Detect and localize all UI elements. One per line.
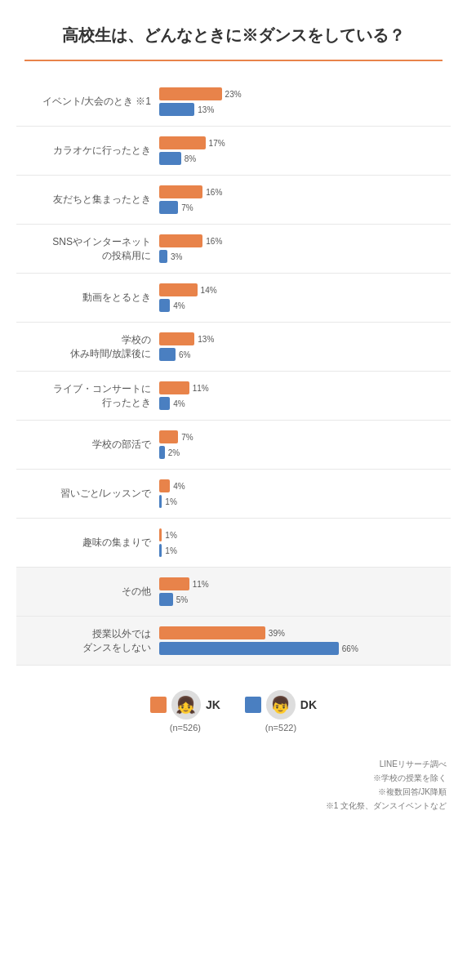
bar-label-salmon-live: 11% xyxy=(193,384,209,393)
chart-row-event: イベント/大会のとき ※123%13% xyxy=(16,78,451,127)
chart-row-other: その他11%5% xyxy=(16,568,451,617)
footnote: LINEリサーチ調べ xyxy=(8,757,447,771)
bar-salmon-friends xyxy=(159,185,202,198)
chart-area: イベント/大会のとき ※123%13%カラオケに行ったとき17%8%友だちと集ま… xyxy=(8,78,459,666)
bar-label-blue-other: 5% xyxy=(176,595,188,604)
bar-blue-school-break xyxy=(159,348,176,361)
bars-club: 7%2% xyxy=(159,430,451,459)
chart-row-live: ライブ・コンサートに 行ったとき11%4% xyxy=(16,372,451,421)
legend-dk: 👦 DK (n=522) xyxy=(245,690,317,733)
row-label-hobby: 趣味の集まりで xyxy=(16,536,159,550)
bar-row-salmon-no-dance: 39% xyxy=(159,626,451,639)
bar-blue-hobby xyxy=(159,544,162,557)
bar-blue-no-dance xyxy=(159,642,339,655)
bar-label-salmon-sns: 16% xyxy=(206,237,222,246)
row-label-karaoke: カラオケに行ったとき xyxy=(16,144,159,158)
bar-salmon-karaoke xyxy=(159,136,206,149)
bar-label-blue-school-break: 6% xyxy=(179,350,190,359)
bar-label-blue-friends: 7% xyxy=(181,203,193,212)
bar-salmon-club xyxy=(159,430,178,443)
bar-label-blue-video: 4% xyxy=(173,301,185,310)
bars-other: 11%5% xyxy=(159,577,451,606)
bar-row-salmon-school-break: 13% xyxy=(159,332,451,345)
bar-salmon-no-dance xyxy=(159,626,265,639)
bar-row-blue-karaoke: 8% xyxy=(159,152,451,165)
chart-row-lesson: 習いごと/レッスンで4%1% xyxy=(16,470,451,519)
bar-row-salmon-live: 11% xyxy=(159,381,451,394)
chart-row-hobby: 趣味の集まりで1%1% xyxy=(16,519,451,568)
bar-row-salmon-club: 7% xyxy=(159,430,451,443)
bar-row-salmon-karaoke: 17% xyxy=(159,136,451,149)
row-label-sns: SNSやインターネット の投稿用に xyxy=(16,235,159,263)
bar-row-blue-sns: 3% xyxy=(159,250,451,263)
bar-row-salmon-video: 14% xyxy=(159,283,451,296)
footnote: ※学校の授業を除く xyxy=(8,771,447,785)
bar-label-salmon-school-break: 13% xyxy=(198,335,214,344)
legend-jk: 👧 JK (n=526) xyxy=(150,690,220,733)
legend-dk-avatar: 👦 xyxy=(266,690,296,719)
bar-salmon-hobby xyxy=(159,528,162,541)
chart-row-school-break: 学校の 休み時間/放課後に13%6% xyxy=(16,323,451,372)
bar-label-blue-club: 2% xyxy=(168,448,180,457)
chart-row-sns: SNSやインターネット の投稿用に16%3% xyxy=(16,225,451,274)
bar-salmon-sns xyxy=(159,234,202,247)
bar-blue-other xyxy=(159,593,173,606)
chart-row-club: 学校の部活で7%2% xyxy=(16,421,451,470)
bar-salmon-live xyxy=(159,381,189,394)
footnote: ※複数回答/JK降順 xyxy=(8,785,447,799)
bar-row-salmon-event: 23% xyxy=(159,87,451,100)
bars-event: 23%13% xyxy=(159,87,451,116)
bar-label-blue-no-dance: 66% xyxy=(342,644,358,653)
bar-salmon-other xyxy=(159,577,189,590)
bars-sns: 16%3% xyxy=(159,234,451,263)
bars-friends: 16%7% xyxy=(159,185,451,214)
bar-label-blue-lesson: 1% xyxy=(165,497,176,506)
bar-blue-event xyxy=(159,103,194,116)
page-title: 高校生は、どんなときに※ダンスをしている？ xyxy=(8,16,459,55)
bar-row-blue-event: 13% xyxy=(159,103,451,116)
bar-salmon-school-break xyxy=(159,332,194,345)
bar-blue-lesson xyxy=(159,495,162,508)
bar-label-salmon-other: 11% xyxy=(193,580,209,589)
legend-jk-label: JK xyxy=(206,698,220,711)
row-label-video: 動画をとるとき xyxy=(16,291,159,305)
bar-row-blue-live: 4% xyxy=(159,397,451,410)
row-label-school-break: 学校の 休み時間/放課後に xyxy=(16,333,159,361)
bar-label-blue-live: 4% xyxy=(173,399,185,408)
bar-label-salmon-friends: 16% xyxy=(206,188,222,197)
row-label-friends: 友だちと集まったとき xyxy=(16,193,159,207)
bar-row-salmon-hobby: 1% xyxy=(159,528,451,541)
bar-label-salmon-hobby: 1% xyxy=(165,531,176,540)
bar-blue-club xyxy=(159,446,165,459)
bar-label-blue-event: 13% xyxy=(198,105,214,114)
bar-label-blue-hobby: 1% xyxy=(165,546,176,555)
page-container: 高校生は、どんなときに※ダンスをしている？ イベント/大会のとき ※123%13… xyxy=(0,0,467,833)
bar-row-salmon-other: 11% xyxy=(159,577,451,590)
bar-label-blue-sns: 3% xyxy=(171,252,182,261)
bar-row-blue-school-break: 6% xyxy=(159,348,451,361)
legend-jk-sub: (n=526) xyxy=(170,723,201,733)
bar-row-blue-club: 2% xyxy=(159,446,451,459)
chart-row-no-dance: 授業以外では ダンスをしない39%66% xyxy=(16,617,451,666)
bars-live: 11%4% xyxy=(159,381,451,410)
chart-row-friends: 友だちと集まったとき16%7% xyxy=(16,176,451,225)
bar-row-blue-no-dance: 66% xyxy=(159,642,451,655)
bar-label-salmon-no-dance: 39% xyxy=(269,629,285,638)
bar-blue-live xyxy=(159,397,170,410)
row-label-event: イベント/大会のとき ※1 xyxy=(16,95,159,109)
bar-blue-karaoke xyxy=(159,152,181,165)
footnote-area: LINEリサーチ調べ※学校の授業を除く※複数回答/JK降順※1 文化祭、ダンスイ… xyxy=(8,749,459,817)
footnote: ※1 文化祭、ダンスイベントなど xyxy=(8,799,447,813)
row-label-lesson: 習いごと/レッスンで xyxy=(16,487,159,501)
bars-karaoke: 17%8% xyxy=(159,136,451,165)
row-label-other: その他 xyxy=(16,585,159,599)
chart-row-video: 動画をとるとき14%4% xyxy=(16,274,451,323)
bar-label-salmon-video: 14% xyxy=(201,286,217,295)
bar-salmon-lesson xyxy=(159,479,170,492)
legend-dk-label: DK xyxy=(300,698,317,711)
bars-school-break: 13%6% xyxy=(159,332,451,361)
bar-label-salmon-club: 7% xyxy=(181,433,193,442)
bar-label-salmon-karaoke: 17% xyxy=(209,139,225,148)
bars-no-dance: 39%66% xyxy=(159,626,451,655)
row-label-no-dance: 授業以外では ダンスをしない xyxy=(16,627,159,655)
